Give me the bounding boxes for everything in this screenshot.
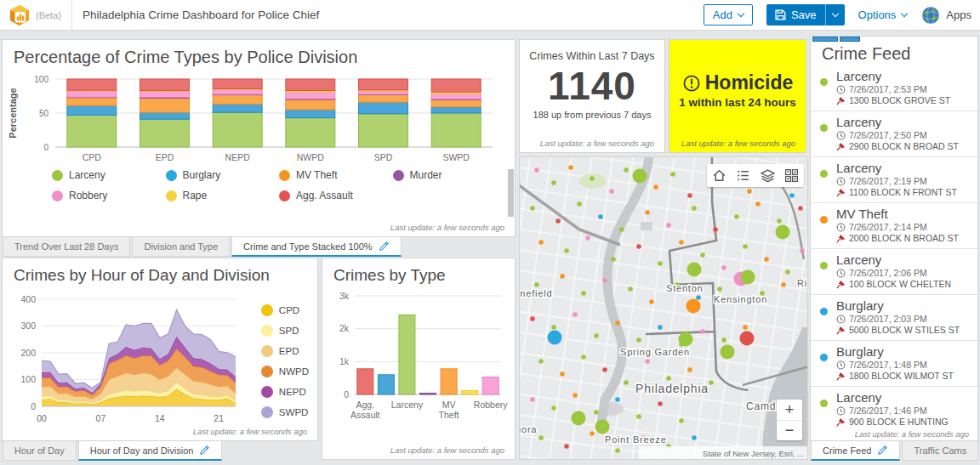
- options-button[interactable]: Options: [858, 9, 908, 21]
- chevron-down-icon: [738, 10, 744, 17]
- map-street-grid: [520, 157, 808, 460]
- map-crime-cluster-dot[interactable]: [721, 345, 735, 360]
- alert-title: Homicide: [705, 71, 794, 94]
- svg-text:3k: 3k: [339, 291, 350, 301]
- svg-text:0: 0: [43, 143, 48, 152]
- crime-feed-item[interactable]: Burglary7/26/2017, 1:48 PM1800 BLOCK WIL…: [811, 340, 977, 386]
- stacked-tab[interactable]: Division and Type: [132, 237, 230, 257]
- crime-type-dot: [820, 354, 828, 361]
- crime-datetime: 7/26/2017, 2:06 PM: [849, 268, 927, 279]
- legend-swatch: [261, 325, 273, 337]
- legend-item: NWPD: [261, 366, 309, 377]
- panel-crimes-by-type: Crimes by Type 01k2k3kAgg.AssaultLarceny…: [322, 258, 516, 460]
- map-crime-cluster-dot[interactable]: [679, 332, 693, 347]
- crime-type-label: Burglary: [836, 298, 971, 314]
- map-place-label: Angora: [520, 424, 537, 434]
- crime-feed-item[interactable]: Larceny7/26/2017, 1:46 PM900 BLOCK E HUN…: [811, 386, 977, 427]
- crime-address: 900 BLOCK E HUNTING PARK AVE: [849, 417, 971, 427]
- map-home-button[interactable]: [709, 166, 729, 186]
- map-crime-cluster-dot[interactable]: [595, 420, 610, 434]
- globe-icon: [920, 5, 941, 26]
- crime-address: 100 BLOCK W CHELTEN: [849, 279, 951, 290]
- clock-icon: [836, 223, 846, 232]
- pushpin-icon: [836, 234, 846, 243]
- svg-text:2k: 2k: [339, 323, 350, 333]
- map-legend-button[interactable]: [733, 166, 754, 186]
- bar-chart: 01k2k3kAgg.AssaultLarcenyMVTheftRobbery: [322, 287, 513, 445]
- last-update-text: Last update: a few seconds ago: [390, 445, 504, 455]
- crime-feed-item[interactable]: Larceny7/26/2017, 2:53 PM1300 BLOCK GROV…: [811, 65, 977, 111]
- svg-text:NWPD: NWPD: [297, 152, 324, 162]
- add-button[interactable]: Add: [704, 4, 753, 26]
- panel-map[interactable]: WynnefieldStentonKensingtonRichmondSprin…: [519, 156, 808, 460]
- crime-feed-item[interactable]: Larceny7/26/2017, 2:19 PM1100 BLOCK N FR…: [811, 156, 977, 202]
- crime-type-label: Larceny: [836, 69, 971, 84]
- clock-icon: [836, 406, 846, 416]
- beta-badge: (Beta): [36, 10, 61, 20]
- hour-tab[interactable]: Hour of Day and Division: [78, 441, 223, 461]
- last-update-text: Last update: a few seconds ago: [193, 427, 307, 436]
- map-crime-cluster-dot[interactable]: [740, 332, 755, 346]
- zoom-in-button[interactable]: +: [777, 400, 802, 420]
- tab-label: Traffic Cams: [914, 445, 966, 456]
- map-crime-cluster-dot[interactable]: [741, 270, 755, 285]
- legend-item: Robbery: [52, 190, 166, 201]
- save-dropdown-button[interactable]: [825, 4, 845, 26]
- hour-tab[interactable]: Hour of Day: [3, 441, 77, 461]
- svg-text:21: 21: [214, 413, 224, 423]
- svg-text:SWPD: SWPD: [442, 152, 470, 162]
- warning-circle-icon: [682, 74, 701, 93]
- feed-tab[interactable]: Crime Feed: [811, 441, 900, 461]
- map-block: [641, 222, 652, 230]
- svg-text:NEPD: NEPD: [225, 152, 251, 162]
- map-crime-cluster-dot[interactable]: [572, 411, 586, 426]
- legend-swatch: [279, 190, 290, 201]
- map-basemap-button[interactable]: [782, 166, 802, 186]
- legend-item: EPD: [261, 345, 309, 357]
- map-crime-cluster-dot[interactable]: [633, 169, 647, 184]
- map-place-label: Richmond: [797, 278, 808, 288]
- crime-feed-list[interactable]: Larceny7/26/2017, 2:53 PM1300 BLOCK GROV…: [811, 65, 977, 427]
- save-button[interactable]: Save: [766, 4, 825, 26]
- svg-text:Theft: Theft: [439, 410, 459, 420]
- legend-label: SWPD: [279, 407, 309, 417]
- crime-feed-item[interactable]: Larceny7/26/2017, 2:06 PM100 BLOCK W CHE…: [811, 248, 977, 294]
- crime-address: 1100 BLOCK N FRONT ST: [849, 187, 957, 198]
- save-split-button[interactable]: Save: [766, 4, 845, 26]
- legend-label: NWPD: [279, 366, 309, 377]
- map-crime-cluster-dot[interactable]: [687, 263, 702, 277]
- map-crime-cluster-dot[interactable]: [548, 331, 562, 345]
- apps-button[interactable]: Apps: [920, 5, 971, 26]
- map-crime-cluster-dot[interactable]: [776, 225, 790, 240]
- area-chart-legend: CPDSPDEPDNWPDNEPDSWPD: [261, 304, 309, 418]
- panel-scrollbar[interactable]: [508, 169, 514, 217]
- svg-text:100: 100: [20, 374, 36, 384]
- stacked-tab[interactable]: Trend Over Last 28 Days: [3, 237, 130, 257]
- crime-feed-item[interactable]: MV Theft7/26/2017, 2:14 PM2000 BLOCK N B…: [811, 202, 977, 248]
- map-zoom-control: + −: [777, 400, 802, 440]
- tab-label: Division and Type: [144, 241, 218, 252]
- crime-datetime: 7/26/2017, 2:53 PM: [849, 84, 927, 95]
- stacked-tab[interactable]: Crime and Type Stacked 100%: [231, 237, 401, 257]
- crime-address: 2000 BLOCK N BROAD ST: [849, 233, 959, 244]
- map-canvas[interactable]: WynnefieldStentonKensingtonRichmondSprin…: [520, 157, 808, 460]
- map-crime-cluster-dot[interactable]: [687, 299, 701, 314]
- zoom-out-button[interactable]: −: [777, 420, 802, 440]
- edit-pencil-icon: [877, 445, 888, 456]
- feed-tab[interactable]: Traffic Cams: [902, 441, 978, 461]
- crime-feed-item[interactable]: Larceny7/26/2017, 2:50 PM2900 BLOCK N BR…: [811, 111, 977, 156]
- stat-value: 1140: [520, 62, 664, 110]
- panel-selection-handle[interactable]: [812, 37, 860, 42]
- save-button-label: Save: [791, 9, 817, 21]
- map-layers-button[interactable]: [757, 166, 778, 186]
- chevron-down-icon: [901, 10, 908, 17]
- panel-crime-feed: Crime Feed Larceny7/26/2017, 2:53 PM1300…: [810, 36, 978, 441]
- clock-icon: [836, 85, 846, 94]
- legend-item: Agg. Assault: [279, 190, 393, 201]
- pushpin-icon: [836, 371, 846, 381]
- crime-datetime: 7/26/2017, 1:48 PM: [849, 360, 927, 371]
- legend-label: Burglary: [183, 169, 221, 181]
- panel-homicide-alert: Homicide 1 within last 24 hours Last upd…: [669, 39, 806, 153]
- crime-feed-item[interactable]: Burglary7/26/2017, 2:03 PM5000 BLOCK W S…: [811, 294, 977, 340]
- panel-title: Crimes by Type: [322, 258, 515, 286]
